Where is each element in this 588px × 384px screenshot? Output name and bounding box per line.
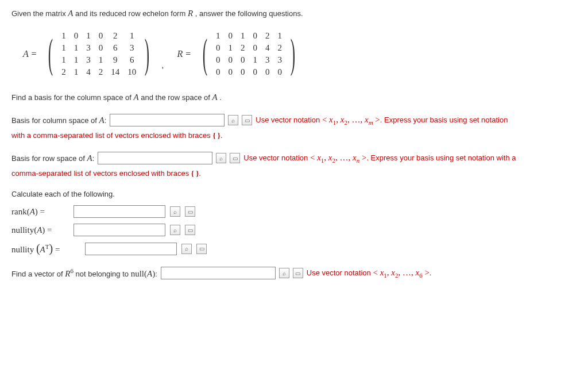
- matrix-cell: 1: [70, 66, 83, 78]
- preview-icon[interactable]: ⌕: [216, 153, 226, 163]
- matrix-cell: 0: [249, 42, 261, 54]
- help-icon[interactable]: ▭: [242, 115, 252, 125]
- matrix-cell: 1: [95, 54, 107, 66]
- matrix-cell: 6: [107, 42, 123, 54]
- var-A-2: A: [133, 93, 138, 102]
- intro-mid: and its reduced row echelon form: [75, 9, 188, 18]
- rank-label: rank(A) =: [11, 207, 69, 217]
- column-basis-section: Basis for column space of A: ⌕ ▭ Use vec…: [11, 114, 577, 140]
- col-basis-label: Basis for column space of A:: [11, 116, 106, 125]
- preview-icon[interactable]: ⌕: [228, 115, 238, 125]
- nullity-input[interactable]: [74, 224, 165, 236]
- matrix-cell: 0: [224, 30, 237, 42]
- matrix-cell: 14: [107, 66, 123, 78]
- matrix-cell: 4: [261, 42, 274, 54]
- matrix-cell: 2: [107, 30, 123, 42]
- matrix-cell: 1: [123, 30, 140, 42]
- matrices-display: A = ( 10102111306311319621421410 ) , R =…: [23, 30, 577, 78]
- calculate-section: Calculate each of the following. rank(A)…: [11, 190, 577, 255]
- matrix-cell: 0: [95, 42, 107, 54]
- matrix-cell: 2: [95, 66, 107, 78]
- nullity-transpose-input[interactable]: [85, 243, 177, 255]
- find-vector-hint: Use vector notation < x1, x2, …, x6 >.: [307, 268, 432, 279]
- matrix-A-label: A =: [23, 49, 37, 59]
- matrix-cell: 0: [95, 30, 107, 42]
- matrix-A: ( 10102111306311319621421410 ): [44, 30, 154, 78]
- help-icon[interactable]: ▭: [293, 268, 303, 278]
- matrix-cell: 0: [212, 54, 225, 66]
- help-icon[interactable]: ▭: [185, 225, 195, 235]
- matrix-cell: 1: [224, 42, 237, 54]
- find-basis-text: Find a basis for the column space of: [11, 93, 133, 102]
- preview-icon[interactable]: ⌕: [279, 268, 289, 278]
- row-basis-label: Basis for row space of A:: [11, 153, 94, 163]
- matrix-cell: 3: [82, 42, 95, 54]
- matrix-separator: ,: [161, 60, 164, 78]
- matrix-cell: 4: [82, 66, 95, 78]
- row-basis-hint-line2: comma-separated list of vectors enclosed…: [11, 169, 577, 178]
- col-basis-hint: Use vector notation < x1, x2, …, xm >. E…: [256, 115, 508, 126]
- matrix-cell: 10: [123, 66, 140, 78]
- matrix-cell: 0: [224, 54, 237, 66]
- matrix-cell: 0: [237, 66, 249, 78]
- matrix-cell: 1: [249, 54, 261, 66]
- find-vector-label: Find a vector of R6 not belonging to nul…: [11, 267, 157, 279]
- matrix-cell: 2: [57, 66, 70, 78]
- preview-icon[interactable]: ⌕: [170, 225, 180, 235]
- question-intro: Given the matrix A and its reduced row e…: [11, 9, 577, 18]
- matrix-cell: 0: [261, 66, 274, 78]
- matrix-cell: 3: [273, 54, 286, 66]
- matrix-cell: 6: [123, 54, 140, 66]
- help-icon[interactable]: ▭: [185, 206, 195, 217]
- matrix-cell: 0: [237, 54, 249, 66]
- matrix-cell: 2: [237, 42, 249, 54]
- var-A: A: [68, 9, 73, 18]
- matrix-cell: 1: [57, 30, 70, 42]
- matrix-R-label: R =: [177, 49, 191, 59]
- var-R: R: [188, 9, 193, 18]
- find-basis-instruction: Find a basis for the column space of A a…: [11, 93, 577, 102]
- row-basis-section: Basis for row space of A: ⌕ ▭ Use vector…: [11, 152, 577, 178]
- preview-icon[interactable]: ⌕: [181, 244, 192, 254]
- intro-text: Given the matrix: [11, 9, 68, 18]
- matrix-cell: 2: [261, 30, 274, 42]
- intro-end: , answer the following questions.: [195, 9, 303, 18]
- row-basis-hint: Use vector notation < x1, x2, …, xn >. E…: [243, 153, 516, 164]
- matrix-cell: 2: [273, 42, 286, 54]
- matrix-cell: 1: [57, 54, 70, 66]
- matrix-cell: 0: [249, 30, 261, 42]
- var-A-3: A: [212, 93, 218, 102]
- matrix-cell: 3: [261, 54, 274, 66]
- calc-heading: Calculate each of the following.: [11, 190, 577, 198]
- find-basis-mid: and the row space of: [141, 93, 212, 102]
- matrix-R: ( 101021012042000133000000 ): [198, 30, 300, 78]
- matrix-cell: 1: [237, 30, 249, 42]
- find-vector-input[interactable]: [161, 267, 276, 279]
- matrix-cell: 3: [123, 42, 140, 54]
- matrix-cell: 1: [273, 30, 286, 42]
- matrix-cell: 0: [212, 42, 225, 54]
- matrix-cell: 9: [107, 54, 123, 66]
- matrix-cell: 1: [82, 30, 95, 42]
- matrix-cell: 1: [212, 30, 225, 42]
- col-basis-input[interactable]: [110, 114, 225, 126]
- matrix-cell: 1: [70, 42, 83, 54]
- matrix-cell: 0: [212, 66, 225, 78]
- rank-input[interactable]: [74, 205, 165, 218]
- find-basis-end: .: [219, 93, 222, 102]
- matrix-cell: 0: [273, 66, 286, 78]
- matrix-cell: 1: [57, 42, 70, 54]
- col-basis-hint-line2: with a comma-separated list of vectors e…: [11, 131, 577, 140]
- matrix-cell: 0: [70, 30, 83, 42]
- preview-icon[interactable]: ⌕: [170, 206, 180, 217]
- matrix-cell: 1: [70, 54, 83, 66]
- row-basis-input[interactable]: [98, 152, 212, 164]
- matrix-cell: 0: [224, 66, 237, 78]
- help-icon[interactable]: ▭: [196, 244, 207, 254]
- nullity-transpose-label: nullity (AT) =: [11, 242, 80, 255]
- find-vector-section: Find a vector of R6 not belonging to nul…: [11, 267, 577, 279]
- matrix-cell: 3: [82, 54, 95, 66]
- matrix-cell: 0: [249, 66, 261, 78]
- nullity-label: nullity(A) =: [11, 225, 69, 235]
- help-icon[interactable]: ▭: [230, 153, 240, 163]
